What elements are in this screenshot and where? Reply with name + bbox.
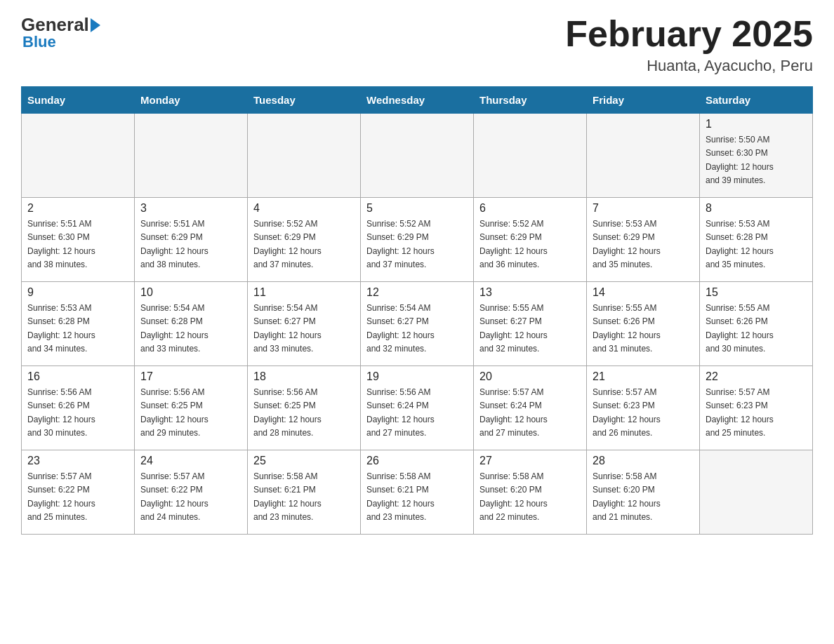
day-info: Sunrise: 5:50 AMSunset: 6:30 PMDaylight:… — [706, 133, 807, 187]
day-number: 26 — [366, 455, 468, 467]
col-saturday: Saturday — [700, 87, 813, 114]
day-info: Sunrise: 5:57 AMSunset: 6:22 PMDaylight:… — [27, 470, 128, 524]
day-cell: 9Sunrise: 5:53 AMSunset: 6:28 PMDaylight… — [22, 282, 135, 366]
day-cell: 28Sunrise: 5:58 AMSunset: 6:20 PMDayligh… — [587, 450, 700, 535]
col-sunday: Sunday — [22, 87, 135, 114]
day-number: 22 — [706, 370, 807, 383]
col-tuesday: Tuesday — [248, 87, 361, 114]
day-info: Sunrise: 5:55 AMSunset: 6:26 PMDaylight:… — [593, 302, 694, 356]
day-info: Sunrise: 5:56 AMSunset: 6:26 PMDaylight:… — [27, 386, 128, 440]
day-number: 6 — [479, 202, 581, 215]
page-header: General Blue February 2025 Huanta, Ayacu… — [21, 14, 813, 75]
day-cell: 19Sunrise: 5:56 AMSunset: 6:24 PMDayligh… — [361, 366, 474, 450]
day-cell — [700, 450, 813, 535]
day-info: Sunrise: 5:58 AMSunset: 6:21 PMDaylight:… — [253, 470, 355, 524]
day-number: 21 — [593, 370, 694, 383]
day-cell: 16Sunrise: 5:56 AMSunset: 6:26 PMDayligh… — [22, 366, 135, 450]
day-info: Sunrise: 5:57 AMSunset: 6:23 PMDaylight:… — [593, 386, 694, 440]
day-number: 3 — [140, 202, 241, 215]
day-info: Sunrise: 5:57 AMSunset: 6:23 PMDaylight:… — [706, 386, 807, 440]
day-number: 1 — [706, 118, 807, 130]
day-number: 20 — [479, 370, 581, 383]
day-cell: 6Sunrise: 5:52 AMSunset: 6:29 PMDaylight… — [474, 198, 587, 282]
day-cell: 17Sunrise: 5:56 AMSunset: 6:25 PMDayligh… — [135, 366, 248, 450]
day-cell — [248, 114, 361, 198]
week-row-3: 9Sunrise: 5:53 AMSunset: 6:28 PMDaylight… — [22, 282, 813, 366]
day-number: 8 — [706, 202, 807, 215]
day-info: Sunrise: 5:55 AMSunset: 6:27 PMDaylight:… — [479, 302, 581, 356]
day-cell: 25Sunrise: 5:58 AMSunset: 6:21 PMDayligh… — [248, 450, 361, 535]
day-number: 4 — [253, 202, 355, 215]
day-number: 16 — [27, 370, 128, 383]
week-row-5: 23Sunrise: 5:57 AMSunset: 6:22 PMDayligh… — [22, 450, 813, 535]
day-cell: 21Sunrise: 5:57 AMSunset: 6:23 PMDayligh… — [587, 366, 700, 450]
week-row-1: 1Sunrise: 5:50 AMSunset: 6:30 PMDaylight… — [22, 114, 813, 198]
day-info: Sunrise: 5:53 AMSunset: 6:28 PMDaylight:… — [27, 302, 128, 356]
day-number: 23 — [27, 455, 128, 467]
day-number: 24 — [140, 455, 241, 467]
day-number: 25 — [253, 455, 355, 467]
day-number: 12 — [366, 286, 468, 299]
day-info: Sunrise: 5:56 AMSunset: 6:24 PMDaylight:… — [366, 386, 468, 440]
day-info: Sunrise: 5:54 AMSunset: 6:28 PMDaylight:… — [140, 302, 241, 356]
day-cell: 4Sunrise: 5:52 AMSunset: 6:29 PMDaylight… — [248, 198, 361, 282]
logo-blue: Blue — [22, 33, 56, 51]
day-number: 14 — [593, 286, 694, 299]
calendar-title: February 2025 — [565, 14, 813, 54]
day-cell: 5Sunrise: 5:52 AMSunset: 6:29 PMDaylight… — [361, 198, 474, 282]
logo-arrow — [91, 18, 100, 32]
day-info: Sunrise: 5:57 AMSunset: 6:22 PMDaylight:… — [140, 470, 241, 524]
calendar-body: 1Sunrise: 5:50 AMSunset: 6:30 PMDaylight… — [22, 114, 813, 535]
day-number: 9 — [27, 286, 128, 299]
day-number: 2 — [27, 202, 128, 215]
calendar-header: Sunday Monday Tuesday Wednesday Thursday… — [22, 87, 813, 114]
day-info: Sunrise: 5:55 AMSunset: 6:26 PMDaylight:… — [706, 302, 807, 356]
day-number: 11 — [253, 286, 355, 299]
week-row-4: 16Sunrise: 5:56 AMSunset: 6:26 PMDayligh… — [22, 366, 813, 450]
calendar-table: Sunday Monday Tuesday Wednesday Thursday… — [21, 86, 813, 535]
day-info: Sunrise: 5:54 AMSunset: 6:27 PMDaylight:… — [366, 302, 468, 356]
day-info: Sunrise: 5:58 AMSunset: 6:20 PMDaylight:… — [479, 470, 581, 524]
day-cell — [135, 114, 248, 198]
col-wednesday: Wednesday — [361, 87, 474, 114]
day-number: 18 — [253, 370, 355, 383]
day-cell: 26Sunrise: 5:58 AMSunset: 6:21 PMDayligh… — [361, 450, 474, 535]
day-cell: 11Sunrise: 5:54 AMSunset: 6:27 PMDayligh… — [248, 282, 361, 366]
day-number: 7 — [593, 202, 694, 215]
day-cell — [474, 114, 587, 198]
day-cell: 2Sunrise: 5:51 AMSunset: 6:30 PMDaylight… — [22, 198, 135, 282]
week-row-2: 2Sunrise: 5:51 AMSunset: 6:30 PMDaylight… — [22, 198, 813, 282]
day-cell: 3Sunrise: 5:51 AMSunset: 6:29 PMDaylight… — [135, 198, 248, 282]
day-info: Sunrise: 5:54 AMSunset: 6:27 PMDaylight:… — [253, 302, 355, 356]
day-info: Sunrise: 5:53 AMSunset: 6:28 PMDaylight:… — [706, 217, 807, 271]
day-cell: 20Sunrise: 5:57 AMSunset: 6:24 PMDayligh… — [474, 366, 587, 450]
day-number: 10 — [140, 286, 241, 299]
day-info: Sunrise: 5:51 AMSunset: 6:30 PMDaylight:… — [27, 217, 128, 271]
day-info: Sunrise: 5:56 AMSunset: 6:25 PMDaylight:… — [140, 386, 241, 440]
day-info: Sunrise: 5:51 AMSunset: 6:29 PMDaylight:… — [140, 217, 241, 271]
day-info: Sunrise: 5:56 AMSunset: 6:25 PMDaylight:… — [253, 386, 355, 440]
col-thursday: Thursday — [474, 87, 587, 114]
day-cell: 22Sunrise: 5:57 AMSunset: 6:23 PMDayligh… — [700, 366, 813, 450]
title-block: February 2025 Huanta, Ayacucho, Peru — [565, 14, 813, 75]
day-number: 5 — [366, 202, 468, 215]
day-cell — [587, 114, 700, 198]
day-cell: 8Sunrise: 5:53 AMSunset: 6:28 PMDaylight… — [700, 198, 813, 282]
day-cell: 24Sunrise: 5:57 AMSunset: 6:22 PMDayligh… — [135, 450, 248, 535]
col-friday: Friday — [587, 87, 700, 114]
day-info: Sunrise: 5:52 AMSunset: 6:29 PMDaylight:… — [253, 217, 355, 271]
day-number: 13 — [479, 286, 581, 299]
logo: General Blue — [21, 14, 100, 51]
day-info: Sunrise: 5:58 AMSunset: 6:21 PMDaylight:… — [366, 470, 468, 524]
day-cell — [361, 114, 474, 198]
day-cell: 18Sunrise: 5:56 AMSunset: 6:25 PMDayligh… — [248, 366, 361, 450]
day-info: Sunrise: 5:52 AMSunset: 6:29 PMDaylight:… — [479, 217, 581, 271]
day-number: 19 — [366, 370, 468, 383]
day-cell: 15Sunrise: 5:55 AMSunset: 6:26 PMDayligh… — [700, 282, 813, 366]
day-number: 17 — [140, 370, 241, 383]
day-cell: 1Sunrise: 5:50 AMSunset: 6:30 PMDaylight… — [700, 114, 813, 198]
day-info: Sunrise: 5:58 AMSunset: 6:20 PMDaylight:… — [593, 470, 694, 524]
day-number: 28 — [593, 455, 694, 467]
header-row: Sunday Monday Tuesday Wednesday Thursday… — [22, 87, 813, 114]
day-info: Sunrise: 5:57 AMSunset: 6:24 PMDaylight:… — [479, 386, 581, 440]
